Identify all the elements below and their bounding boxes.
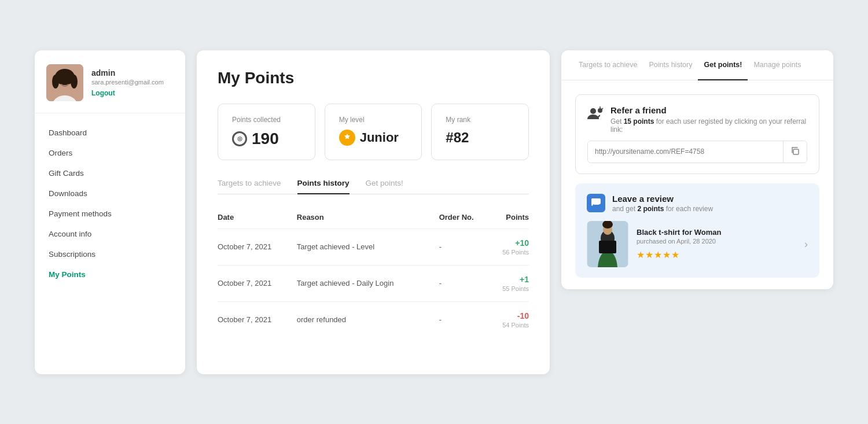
row2-reason: Target achieved - Daily Login [297, 265, 439, 301]
svg-point-6 [590, 108, 596, 114]
stat-level-label: My level [339, 116, 408, 124]
review-icon [587, 194, 605, 212]
row3-points: -10 54 Points [490, 301, 529, 338]
table-row: October 7, 2021 Target achieved - Daily … [218, 265, 529, 301]
stat-points-value: ◎ 190 [232, 130, 301, 148]
nav-item-downloads[interactable]: Downloads [35, 183, 185, 204]
right-content: Refer a friend Get 15 points for each us… [561, 80, 833, 289]
row1-points: +10 56 Points [490, 228, 529, 265]
row1-reason: Target achieved - Level [297, 228, 439, 265]
right-tabs: Targets to achieve Points history Get po… [561, 50, 833, 80]
user-name: admin [91, 68, 164, 78]
stat-points-collected: Points collected ◎ 190 [218, 104, 315, 160]
stat-rank-label: My rank [446, 116, 514, 124]
level-icon [339, 130, 355, 146]
refer-friend-icon [587, 106, 604, 124]
row2-order: - [439, 265, 490, 301]
right-panel: Targets to achieve Points history Get po… [561, 50, 833, 289]
stat-rank-value: #82 [446, 130, 514, 146]
stats-row: Points collected ◎ 190 My level Junior [218, 104, 529, 160]
review-desc: and get 2 points for each review [612, 205, 713, 213]
page-wrapper: admin sara.presenti@gmail.com Logout Das… [0, 27, 868, 397]
row2-points: +1 55 Points [490, 265, 529, 301]
col-points: Points [490, 208, 529, 229]
tab-get-points[interactable]: Get points! [366, 179, 403, 194]
right-tab-history[interactable]: Points history [643, 50, 698, 80]
nav-menu: Dashboard Orders Gift Cards Downloads Pa… [35, 113, 185, 294]
review-product-row: Black t-shirt for Woman purchased on Apr… [587, 221, 808, 267]
svg-rect-15 [599, 241, 616, 253]
row3-date: October 7, 2021 [218, 301, 297, 338]
user-info: admin sara.presenti@gmail.com Logout [91, 68, 164, 97]
nav-item-my-points[interactable]: My Points [35, 264, 185, 285]
svg-point-5 [71, 75, 78, 89]
nav-item-gift-cards[interactable]: Gift Cards [35, 163, 185, 183]
refer-card: Refer a friend Get 15 points for each us… [575, 94, 819, 174]
refer-desc: Get 15 points for each user registed by … [610, 117, 807, 134]
row2-date: October 7, 2021 [218, 265, 297, 301]
nav-item-orders[interactable]: Orders [35, 143, 185, 163]
user-email: sara.presenti@gmail.com [91, 79, 164, 86]
col-order: Order No. [439, 208, 490, 229]
right-tab-get-points[interactable]: Get points! [698, 50, 748, 80]
chevron-right-icon[interactable]: › [804, 238, 808, 250]
table-row: October 7, 2021 Target achieved - Level … [218, 228, 529, 265]
logout-link[interactable]: Logout [91, 89, 164, 97]
row3-order: - [439, 301, 490, 338]
product-stars: ★★★★★ [637, 249, 808, 260]
stat-level-value: Junior [339, 130, 408, 146]
coin-icon: ◎ [232, 131, 247, 146]
stat-rank: My rank #82 [431, 104, 529, 160]
nav-item-payment[interactable]: Payment methods [35, 204, 185, 224]
svg-point-4 [52, 75, 59, 89]
tab-targets[interactable]: Targets to achieve [218, 179, 281, 194]
refer-header: Refer a friend Get 15 points for each us… [587, 105, 807, 134]
refer-title: Refer a friend [610, 105, 807, 115]
right-tab-targets[interactable]: Targets to achieve [573, 50, 643, 80]
tab-points-history[interactable]: Points history [297, 179, 350, 194]
svg-rect-10 [793, 149, 799, 154]
refer-link-row [587, 141, 807, 163]
product-info: Black t-shirt for Woman purchased on Apr… [637, 228, 808, 260]
main-tabs: Targets to achieve Points history Get po… [218, 179, 529, 194]
nav-item-dashboard[interactable]: Dashboard [35, 123, 185, 143]
page-title: My Points [218, 69, 529, 87]
review-title: Leave a review [612, 194, 713, 204]
product-thumbnail [587, 221, 628, 267]
row3-reason: order refunded [297, 301, 439, 338]
nav-item-account[interactable]: Account info [35, 224, 185, 244]
row1-order: - [439, 228, 490, 265]
stat-points-label: Points collected [232, 116, 301, 124]
main-panel: My Points Points collected ◎ 190 My leve… [197, 50, 550, 374]
avatar [46, 64, 83, 101]
refer-link-input[interactable] [588, 142, 783, 161]
right-tab-manage[interactable]: Manage points [748, 50, 807, 80]
copy-button[interactable] [783, 141, 807, 163]
product-date: purchased on April, 28 2020 [637, 238, 808, 245]
stat-level: My level Junior [325, 104, 422, 160]
history-table: Date Reason Order No. Points October 7, … [218, 208, 529, 338]
review-header: Leave a review and get 2 points for each… [587, 194, 808, 213]
nav-item-subscriptions[interactable]: Subscriptions [35, 244, 185, 264]
product-name: Black t-shirt for Woman [637, 228, 808, 237]
col-date: Date [218, 208, 297, 229]
user-section: admin sara.presenti@gmail.com Logout [35, 50, 185, 113]
table-row: October 7, 2021 order refunded - -10 54 … [218, 301, 529, 338]
col-reason: Reason [297, 208, 439, 229]
left-panel: admin sara.presenti@gmail.com Logout Das… [35, 50, 185, 374]
review-card: Leave a review and get 2 points for each… [575, 183, 819, 278]
svg-line-9 [602, 108, 603, 109]
row1-date: October 7, 2021 [218, 228, 297, 265]
